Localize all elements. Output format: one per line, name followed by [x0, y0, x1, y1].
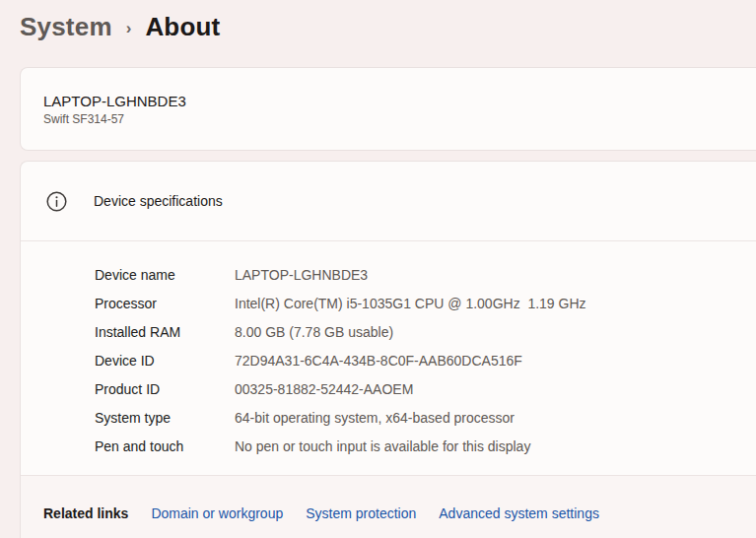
breadcrumb-system[interactable]: System [20, 12, 112, 42]
page-title: About [145, 12, 220, 42]
related-links-title: Related links [43, 505, 128, 521]
table-row: Device name LAPTOP-LGHNBDE3 [95, 260, 756, 289]
table-row: Product ID 00325-81882-52442-AAOEM [95, 374, 756, 403]
spec-value: Intel(R) Core(TM) i5-1035G1 CPU @ 1.00GH… [235, 296, 586, 311]
link-advanced-system-settings[interactable]: Advanced system settings [439, 505, 599, 521]
device-specifications-title: Device specifications [94, 193, 223, 209]
table-row: System type 64-bit operating system, x64… [95, 403, 756, 432]
related-links-section: Related links Domain or workgroup System… [21, 475, 756, 538]
table-row: Pen and touch No pen or touch input is a… [95, 432, 756, 460]
info-icon [46, 191, 67, 212]
device-summary-card: LAPTOP-LGHNBDE3 Swift SF314-57 [20, 67, 756, 151]
spec-label: System type [95, 410, 235, 426]
device-name: LAPTOP-LGHNBDE3 [43, 93, 756, 109]
table-row: Processor Intel(R) Core(TM) i5-1035G1 CP… [95, 289, 756, 317]
spec-label: Installed RAM [95, 324, 235, 340]
spec-value: LAPTOP-LGHNBDE3 [235, 267, 368, 283]
spec-value: 8.00 GB (7.78 GB usable) [235, 324, 393, 340]
device-specifications-header[interactable]: Device specifications [21, 162, 756, 241]
device-specifications-table: Device name LAPTOP-LGHNBDE3 Processor In… [21, 241, 756, 475]
spec-label: Device ID [95, 353, 235, 369]
spec-value: No pen or touch input is available for t… [235, 438, 530, 454]
spec-value: 72D94A31-6C4A-434B-8C0F-AAB60DCA516F [235, 353, 522, 369]
spec-label: Device name [95, 267, 235, 283]
table-row: Device ID 72D94A31-6C4A-434B-8C0F-AAB60D… [95, 346, 756, 374]
spec-label: Product ID [95, 381, 235, 397]
link-system-protection[interactable]: System protection [306, 505, 416, 521]
spec-value: 64-bit operating system, x64-based proce… [235, 410, 515, 426]
spec-value: 00325-81882-52442-AAOEM [235, 381, 413, 397]
device-specifications-card: Device specifications Device name LAPTOP… [20, 161, 756, 538]
link-domain-or-workgroup[interactable]: Domain or workgroup [151, 505, 283, 521]
spec-label: Pen and touch [95, 438, 235, 454]
device-model: Swift SF314-57 [43, 112, 756, 126]
breadcrumb: System › About [0, 0, 756, 45]
spec-label: Processor [95, 296, 235, 311]
table-row: Installed RAM 8.00 GB (7.78 GB usable) [95, 317, 756, 346]
chevron-right-icon: › [126, 16, 132, 38]
